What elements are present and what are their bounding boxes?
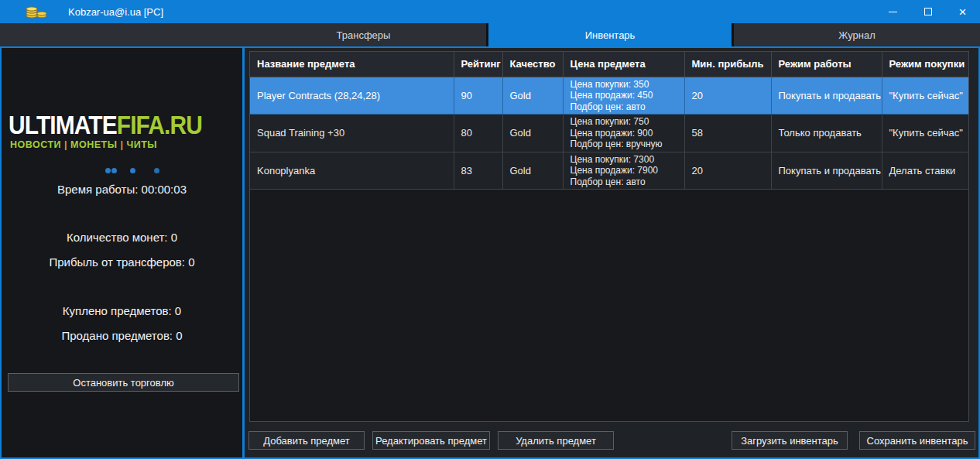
cell-rating: 80	[454, 115, 502, 152]
maximize-icon	[924, 8, 932, 15]
cell-name: Squad Training +30	[250, 115, 454, 152]
price-buy-line: Цена покупки: 7300	[571, 154, 680, 166]
price-sell-line: Цена продажи: 7900	[571, 165, 680, 176]
tab-bar-filler	[0, 23, 241, 46]
stat-items-sold: Продано предметов: 0	[2, 329, 242, 342]
cell-rating: 83	[454, 152, 502, 190]
cell-quality: Gold	[502, 77, 563, 115]
sidebar: ULTIMATEFIFA.RU НОВОСТИ|МОНЕТЫ|ЧИТЫ Врем…	[2, 48, 242, 457]
cell-buy-mode: Делать ставки	[882, 152, 969, 190]
coins-icon	[25, 5, 48, 19]
stat-uptime: Время работы: 00:00:03	[2, 183, 242, 196]
table-row[interactable]: Konoplyanka 83 Gold Цена покупки: 7300 Ц…	[250, 152, 969, 190]
carousel-dot[interactable]	[154, 168, 159, 173]
cell-buy-mode: "Купить сейчас"	[882, 115, 969, 152]
cell-min-profit: 20	[684, 152, 771, 190]
inventory-table-container: Название предмета Рейтинг Качество Цена …	[249, 51, 969, 422]
column-header-name[interactable]: Название предмета	[250, 52, 454, 77]
cell-quality: Gold	[502, 152, 563, 190]
banner-subtitle: НОВОСТИ|МОНЕТЫ|ЧИТЫ	[10, 139, 157, 150]
subtitle-cheats: ЧИТЫ	[126, 139, 157, 150]
cell-quality: Gold	[502, 115, 563, 152]
column-header-quality[interactable]: Качество	[502, 52, 563, 77]
title-bar: Kobzar-ua@i.ua [PC] ×	[0, 0, 980, 23]
column-header-work-mode[interactable]: Режим работы	[771, 52, 882, 77]
stat-items-bought: Куплено предметов: 0	[2, 304, 242, 317]
add-item-button[interactable]: Добавить предмет	[248, 431, 365, 450]
subtitle-separator: |	[61, 139, 70, 150]
tab-bar: Трансферы Инвентарь Журнал	[0, 23, 980, 46]
column-header-min-profit[interactable]: Мин. прибыль	[684, 52, 771, 77]
minimize-icon	[889, 12, 897, 12]
column-header-buy-mode[interactable]: Режим покупки	[882, 52, 969, 77]
stop-trading-button[interactable]: Остановить торговлю	[8, 373, 239, 392]
inventory-table: Название предмета Рейтинг Качество Цена …	[250, 52, 969, 190]
close-icon: ×	[959, 5, 967, 19]
cell-price: Цена покупки: 7300 Цена продажи: 7900 По…	[563, 152, 684, 190]
cell-price: Цена покупки: 350 Цена продажи: 450 Подб…	[563, 77, 684, 115]
edit-item-button[interactable]: Редактировать предмет	[372, 431, 490, 450]
ultimatefifa-banner[interactable]: ULTIMATEFIFA.RU НОВОСТИ|МОНЕТЫ|ЧИТЫ	[2, 110, 242, 164]
tab-inventory[interactable]: Инвентарь	[488, 23, 732, 46]
delete-item-button[interactable]: Удалить предмет	[498, 431, 614, 450]
window-title: Kobzar-ua@i.ua [PC]	[68, 6, 163, 18]
load-inventory-button[interactable]: Загрузить инвентарь	[732, 431, 848, 450]
close-button[interactable]: ×	[945, 0, 980, 23]
cell-buy-mode: "Купить сейчас"	[882, 77, 969, 115]
logo-text-white: ULTIMATE	[9, 110, 117, 139]
carousel-dot[interactable]	[105, 168, 111, 173]
column-header-price[interactable]: Цена предмета	[563, 52, 684, 77]
stat-transfer-profit: Прибыль от трансферов: 0	[2, 255, 242, 269]
price-sell-line: Цена продажи: 450	[571, 90, 680, 101]
subtitle-news: НОВОСТИ	[10, 139, 61, 150]
cell-min-profit: 20	[684, 77, 771, 115]
window-controls: ×	[875, 0, 980, 23]
maximize-button[interactable]	[910, 0, 945, 23]
cell-price: Цена покупки: 750 Цена продажи: 900 Подб…	[563, 115, 684, 152]
price-mode-line: Подбор цен: авто	[571, 101, 680, 113]
tab-transfers[interactable]: Трансферы	[241, 23, 486, 46]
inventory-pane: Название предмета Рейтинг Качество Цена …	[245, 48, 978, 457]
tab-journal[interactable]: Журнал	[734, 23, 980, 46]
carousel-dot[interactable]	[130, 168, 135, 173]
cell-rating: 90	[454, 77, 502, 115]
cell-work-mode: Только продавать	[771, 115, 882, 152]
table-header-row: Название предмета Рейтинг Качество Цена …	[250, 52, 969, 77]
stat-coin-count: Количество монет: 0	[2, 231, 242, 244]
banner-logo: ULTIMATEFIFA.RU	[9, 110, 202, 140]
app-window: Kobzar-ua@i.ua [PC] × Трансферы Инвентар…	[0, 0, 980, 459]
cell-work-mode: Покупать и продавать	[771, 152, 882, 190]
cell-name: Player Contracts (28,24,28)	[250, 77, 454, 115]
subtitle-coins: МОНЕТЫ	[70, 139, 117, 150]
subtitle-separator: |	[117, 139, 126, 150]
carousel-dot[interactable]	[111, 168, 117, 173]
cell-work-mode: Покупать и продавать	[771, 77, 882, 115]
logo-text-green: FIFA.RU	[117, 110, 202, 139]
save-inventory-button[interactable]: Сохранить инвентарь	[859, 431, 975, 450]
table-row[interactable]: Player Contracts (28,24,28) 90 Gold Цена…	[250, 77, 969, 115]
price-buy-line: Цена покупки: 350	[571, 79, 680, 91]
cell-name: Konoplyanka	[250, 152, 454, 190]
cell-min-profit: 58	[684, 115, 771, 152]
table-row[interactable]: Squad Training +30 80 Gold Цена покупки:…	[250, 115, 969, 152]
price-sell-line: Цена продажи: 900	[571, 128, 680, 139]
price-buy-line: Цена покупки: 750	[571, 116, 680, 128]
price-mode-line: Подбор цен: авто	[571, 176, 680, 188]
minimize-button[interactable]	[875, 0, 910, 23]
column-header-rating[interactable]: Рейтинг	[454, 52, 502, 77]
price-mode-line: Подбор цен: вручную	[571, 139, 680, 150]
